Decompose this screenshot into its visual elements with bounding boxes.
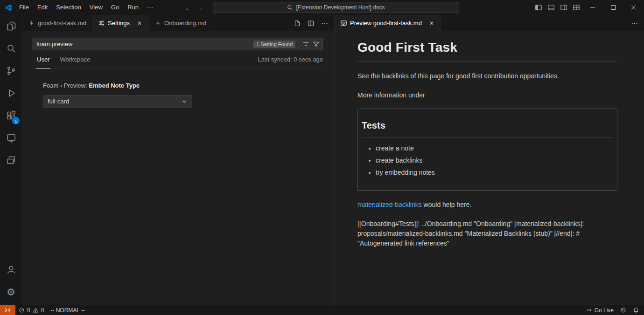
materialized-backlinks-link[interactable]: materialized-backlinks <box>357 201 422 208</box>
search-text: [Extension Development Host] docs <box>296 4 385 11</box>
close-window-button[interactable] <box>623 0 644 15</box>
broadcast-icon <box>586 307 592 313</box>
more-actions-icon[interactable]: ⋯ <box>321 19 329 27</box>
tab-onboarding[interactable]: Onboarding.md <box>149 15 212 31</box>
markdown-file-icon <box>28 20 35 27</box>
editor-group-right: Preview good-first-task.md ✕ ⋯ Good Firs… <box>334 15 644 305</box>
status-bar-right: Go Live <box>583 305 644 315</box>
setting-item-embed-note-type: Foam › Preview: Embed Note Type full-car… <box>32 82 323 108</box>
markdown-file-icon <box>154 20 161 27</box>
go-live-button[interactable]: Go Live <box>583 305 617 315</box>
warnings-count: 0 <box>41 307 44 314</box>
select-value: full-card <box>48 98 69 105</box>
list-item: create a note <box>376 144 613 153</box>
preview-intro: See the backlinks of this page for good … <box>357 71 617 81</box>
warnings-icon <box>33 307 39 313</box>
scope-tab-workspace[interactable]: Workspace <box>59 50 91 69</box>
editor-actions: ⋯ <box>293 15 334 31</box>
preview-more: More information under <box>357 90 617 100</box>
markdown-preview-icon <box>340 20 347 27</box>
menu-bar: File Edit Selection View Go Run ⋯ <box>15 0 157 15</box>
editor-group-left: good-first-task.md Settings ✕ Onboarding… <box>22 15 334 305</box>
embed-title: Tests <box>362 118 613 137</box>
minimize-button[interactable] <box>582 0 603 15</box>
embed-note-type-select[interactable]: full-card <box>43 95 192 108</box>
tab-good-first-task[interactable]: good-first-task.md <box>22 15 92 31</box>
windows-view-icon[interactable] <box>0 149 22 171</box>
customize-layout-icon[interactable] <box>570 0 582 15</box>
menu-edit[interactable]: Edit <box>33 0 52 15</box>
source-control-icon[interactable] <box>0 60 22 82</box>
link-tail: would help here. <box>422 201 472 208</box>
remote-indicator[interactable] <box>0 305 15 315</box>
tab-preview-good-first-task[interactable]: Preview good-first-task.md ✕ <box>335 15 441 31</box>
markdown-preview: Good First Task See the backlinks of thi… <box>335 31 644 248</box>
activity-bar: 1 ⚙ <box>0 15 22 305</box>
errors-count: 0 <box>27 307 30 314</box>
list-item: create backlinks <box>376 156 613 165</box>
search-icon <box>287 5 293 11</box>
extensions-icon[interactable]: 1 <box>0 104 22 127</box>
scope-tab-user[interactable]: User <box>36 50 50 69</box>
menu-run[interactable]: Run <box>123 0 143 15</box>
menu-file[interactable]: File <box>15 0 33 15</box>
link-references: [[Onboarding#Tests]]: ../Onboarding.md "… <box>357 219 617 248</box>
toggle-panel-icon[interactable] <box>545 0 557 15</box>
feedback-icon[interactable] <box>617 305 630 315</box>
settings-search-value: foam.preview <box>36 41 253 48</box>
close-tab-icon[interactable]: ✕ <box>428 20 435 27</box>
settings-search-input[interactable]: foam.preview 1 Setting Found <box>32 38 323 50</box>
status-bar: 0 0 -- NORMAL -- Go Live <box>0 305 644 315</box>
vim-mode-indicator[interactable]: -- NORMAL -- <box>47 305 88 315</box>
menu-go[interactable]: Go <box>107 0 123 15</box>
open-settings-json-icon[interactable] <box>293 20 301 27</box>
vscode-logo-icon <box>4 4 12 12</box>
maximize-button[interactable] <box>603 0 623 15</box>
tab-settings[interactable]: Settings ✕ <box>92 15 149 31</box>
activity-bar-bottom: ⚙ <box>0 258 22 305</box>
menu-view[interactable]: View <box>85 0 107 15</box>
editor-actions: ⋯ <box>631 15 644 31</box>
split-editor-icon[interactable] <box>307 20 315 27</box>
embedded-note-card: Tests create a note create backlinks try… <box>357 109 617 191</box>
right-tab-bar: Preview good-first-task.md ✕ ⋯ <box>335 15 644 31</box>
problems-indicator[interactable]: 0 0 <box>15 305 47 315</box>
chevron-down-icon <box>181 98 188 105</box>
close-tab-icon[interactable]: ✕ <box>136 20 143 27</box>
settings-scope-tabs: User Workspace Last synced: 0 secs ago <box>32 50 323 69</box>
run-debug-icon[interactable] <box>0 82 22 104</box>
search-view-icon[interactable] <box>0 37 22 60</box>
titlebar-controls <box>532 0 644 15</box>
notifications-bell-icon[interactable] <box>630 305 642 315</box>
preview-heading: Good First Task <box>357 38 617 62</box>
menu-more-icon[interactable]: ⋯ <box>143 0 157 15</box>
command-center-search[interactable]: [Extension Development Host] docs <box>213 2 459 13</box>
toggle-secondary-sidebar-icon[interactable] <box>557 0 570 15</box>
tab-label: Onboarding.md <box>164 20 206 27</box>
settings-editor: foam.preview 1 Setting Found User Worksp… <box>22 31 334 108</box>
history-navigation: ← → <box>185 0 203 15</box>
extensions-badge: 1 <box>12 117 20 124</box>
menu-selection[interactable]: Selection <box>52 0 85 15</box>
settings-gear-icon[interactable]: ⚙ <box>0 281 22 303</box>
tab-label: Settings <box>108 20 130 27</box>
toggle-primary-sidebar-icon[interactable] <box>532 0 545 15</box>
left-tab-bar: good-first-task.md Settings ✕ Onboarding… <box>22 15 334 31</box>
remote-explorer-icon[interactable] <box>0 127 22 149</box>
setting-name: Embed Note Type <box>89 82 140 89</box>
clear-filters-icon[interactable] <box>302 41 309 48</box>
title-bar: File Edit Selection View Go Run ⋯ ← → [E… <box>0 0 644 15</box>
filter-icon[interactable] <box>313 41 320 48</box>
last-synced-label: Last synced: 0 secs ago <box>258 50 323 68</box>
settings-sliders-icon <box>98 20 105 27</box>
list-item: try embedding notes <box>376 168 613 178</box>
forward-icon[interactable]: → <box>196 4 203 12</box>
vscode-window: File Edit Selection View Go Run ⋯ ← → [E… <box>0 0 644 315</box>
explorer-icon[interactable] <box>0 15 22 37</box>
settings-result-badge: 1 Setting Found <box>253 41 295 48</box>
back-icon[interactable]: ← <box>185 4 192 12</box>
more-actions-icon[interactable]: ⋯ <box>631 19 638 27</box>
accounts-icon[interactable] <box>0 258 22 281</box>
tab-label: good-first-task.md <box>38 20 86 27</box>
link-paragraph: materialized-backlinks would help here. <box>357 200 617 210</box>
